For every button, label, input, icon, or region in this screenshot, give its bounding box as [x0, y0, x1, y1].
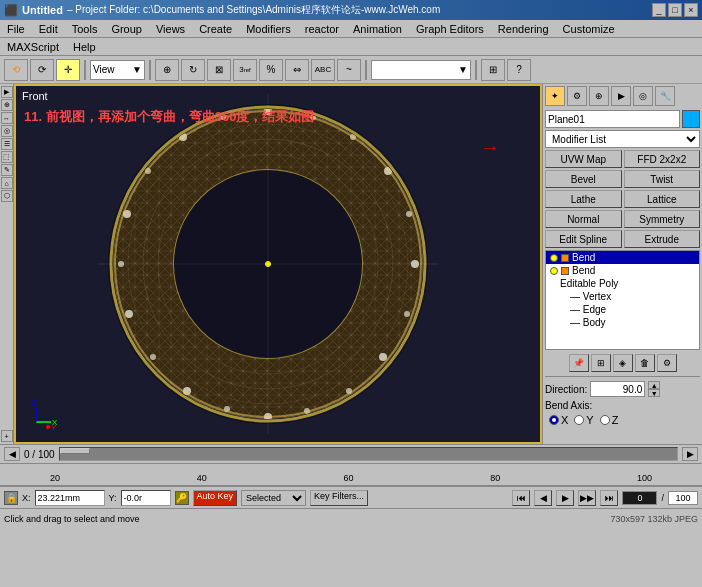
layer-button[interactable]: ⊞	[481, 59, 505, 81]
time-left-button[interactable]: ◀	[4, 447, 20, 461]
remove-modifier-button[interactable]: 🗑	[635, 354, 655, 372]
skip-end-button[interactable]: ⏭	[600, 490, 618, 506]
mirror-button[interactable]: ⇔	[285, 59, 309, 81]
menu-file[interactable]: File	[4, 23, 28, 35]
bevel-button[interactable]: Bevel	[545, 170, 622, 188]
left-icon-7[interactable]: ✎	[1, 164, 13, 176]
stack-item-bend2[interactable]: Bend	[546, 264, 699, 277]
left-icon-8[interactable]: ⌂	[1, 177, 13, 189]
stack-item-body[interactable]: — Body	[546, 316, 699, 329]
scale-button[interactable]: ⊠	[207, 59, 231, 81]
ref-button[interactable]: 3ref	[233, 59, 257, 81]
uvw-map-button[interactable]: UVW Map	[545, 150, 622, 168]
align-button[interactable]: ABC	[311, 59, 335, 81]
next-frame-button[interactable]: ▶▶	[578, 490, 596, 506]
timeline-track[interactable]	[59, 447, 678, 461]
current-frame-input[interactable]	[622, 491, 657, 505]
move-button[interactable]: ⊕	[155, 59, 179, 81]
filter-select[interactable]: Selected	[241, 490, 306, 506]
menu-graph-editors[interactable]: Graph Editors	[413, 23, 487, 35]
left-icon-5[interactable]: ☰	[1, 138, 13, 150]
auto-key-button[interactable]: Auto Key	[193, 490, 238, 506]
direction-input[interactable]	[590, 381, 645, 397]
menu-tools[interactable]: Tools	[69, 23, 101, 35]
menu-rendering[interactable]: Rendering	[495, 23, 552, 35]
symmetry-button[interactable]: Symmetry	[624, 210, 701, 228]
skip-start-button[interactable]: ⏮	[512, 490, 530, 506]
menu-group[interactable]: Group	[108, 23, 145, 35]
zoom-button[interactable]: %	[259, 59, 283, 81]
viewport[interactable]: Front 11. 前视图，再添加个弯曲，弯曲360度，结果如图 →	[14, 84, 542, 444]
timeline-thumb[interactable]	[60, 448, 90, 454]
lathe-button[interactable]: Lathe	[545, 190, 622, 208]
create-tab[interactable]: ✦	[545, 86, 565, 106]
named-sel-dropdown[interactable]: ▼	[371, 60, 471, 80]
help-button[interactable]: ?	[507, 59, 531, 81]
stack-item-bend1[interactable]: Bend	[546, 251, 699, 264]
menu-modifiers[interactable]: Modifiers	[243, 23, 294, 35]
rotate-button[interactable]: ↻	[181, 59, 205, 81]
stack-item-edge[interactable]: — Edge	[546, 303, 699, 316]
maximize-button[interactable]: □	[668, 3, 682, 17]
twist-button[interactable]: Twist	[624, 170, 701, 188]
menu-animation[interactable]: Animation	[350, 23, 405, 35]
y-coord-input[interactable]	[121, 490, 171, 506]
direction-down-button[interactable]: ▼	[648, 389, 660, 397]
utilities-tab[interactable]: 🔧	[655, 86, 675, 106]
view-dropdown[interactable]: View ▼	[90, 60, 145, 80]
make-unique-button[interactable]: ◈	[613, 354, 633, 372]
direction-up-button[interactable]: ▲	[648, 381, 660, 389]
time-right-button[interactable]: ▶	[682, 447, 698, 461]
redo-button[interactable]: ⟳	[30, 59, 54, 81]
display-tab[interactable]: ◎	[633, 86, 653, 106]
stack-item-vertex[interactable]: — Vertex	[546, 290, 699, 303]
stack-item-editable-poly[interactable]: Editable Poly	[546, 277, 699, 290]
left-icon-3[interactable]: ↔	[1, 112, 13, 124]
menu-edit[interactable]: Edit	[36, 23, 61, 35]
axis-x-radio[interactable]: X	[549, 414, 568, 426]
modifier-list-dropdown[interactable]: Modifier List	[545, 130, 700, 148]
left-icon-1[interactable]: ▶	[1, 86, 13, 98]
normal-button[interactable]: Normal	[545, 210, 622, 228]
modifier-stack[interactable]: Bend Bend Editable Poly — Vertex — Edge …	[545, 250, 700, 350]
lock-icon[interactable]: 🔒	[4, 491, 18, 505]
hierarchy-tab[interactable]: ⊕	[589, 86, 609, 106]
extrude-button[interactable]: Extrude	[624, 230, 701, 248]
modify-tab[interactable]: ⚙	[567, 86, 587, 106]
menu-maxscript[interactable]: MAXScript	[4, 41, 62, 53]
ffd-button[interactable]: FFD 2x2x2	[624, 150, 701, 168]
lattice-button[interactable]: Lattice	[624, 190, 701, 208]
left-icon-6[interactable]: ⬚	[1, 151, 13, 163]
left-icon-9[interactable]: ⬡	[1, 190, 13, 202]
curve-button[interactable]: ~	[337, 59, 361, 81]
pin-stack-button[interactable]: 📌	[569, 354, 589, 372]
configure-button[interactable]: ⚙	[657, 354, 677, 372]
minimize-button[interactable]: _	[652, 3, 666, 17]
key-icon[interactable]: 🔑	[175, 491, 189, 505]
object-name-input[interactable]	[545, 110, 680, 128]
menu-reactor[interactable]: reactor	[302, 23, 342, 35]
max-frame-input[interactable]	[668, 491, 698, 505]
menu-customize[interactable]: Customize	[560, 23, 618, 35]
select-button[interactable]: ✛	[56, 59, 80, 81]
show-result-button[interactable]: ⊞	[591, 354, 611, 372]
prev-frame-button[interactable]: ◀	[534, 490, 552, 506]
stack-bulb-1[interactable]	[550, 254, 558, 262]
axis-y-radio[interactable]: Y	[574, 414, 593, 426]
close-button[interactable]: ×	[684, 3, 698, 17]
menu-help[interactable]: Help	[70, 41, 99, 53]
menu-views[interactable]: Views	[153, 23, 188, 35]
menu-create[interactable]: Create	[196, 23, 235, 35]
undo-button[interactable]: ⟲	[4, 59, 28, 81]
left-icon-4[interactable]: ◎	[1, 125, 13, 137]
viewport-zoom-icon[interactable]: +	[1, 430, 13, 442]
key-filters-button[interactable]: Key Filters...	[310, 490, 368, 506]
motion-tab[interactable]: ▶	[611, 86, 631, 106]
axis-z-radio[interactable]: Z	[600, 414, 619, 426]
object-color-swatch[interactable]	[682, 110, 700, 128]
stack-bulb-2[interactable]	[550, 267, 558, 275]
left-icon-2[interactable]: ⊕	[1, 99, 13, 111]
x-coord-input[interactable]	[35, 490, 105, 506]
play-button[interactable]: ▶	[556, 490, 574, 506]
edit-spline-button[interactable]: Edit Spline	[545, 230, 622, 248]
